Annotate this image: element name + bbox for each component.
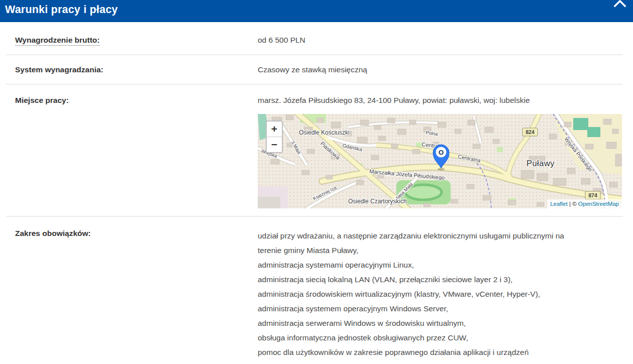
- route-badge-874: 874: [585, 191, 600, 199]
- duty-line: administracja systemem operacyjnym Windo…: [258, 301, 623, 316]
- salary-value: od 6 500 PLN: [258, 35, 623, 45]
- duty-line: administracja systemami operacyjnymi Lin…: [258, 258, 623, 272]
- duties-list: udział przy wdrażaniu, a następnie zarzą…: [258, 228, 623, 364]
- salary-term-tooltip[interactable]: Wynagrodzenie brutto:: [15, 36, 100, 46]
- map-label-osiedle-kosciuszki: Osiedle Kościuszki: [299, 129, 350, 136]
- copyright-symbol: ©: [572, 201, 576, 207]
- duty-line: komputerowych,: [258, 359, 623, 364]
- zoom-out-button[interactable]: −: [267, 137, 282, 152]
- workplace-label: Miejsce pracy:: [15, 95, 258, 208]
- map-label-osiedle-czartoryskich: Osiedle Czartoryskich: [348, 198, 407, 205]
- duty-line: administracja serwerami Windows w środow…: [258, 316, 623, 330]
- pay-system-value: Czasowy ze stawką miesięczną: [258, 65, 623, 75]
- duty-line: terenie gminy Miasta Puławy,: [258, 243, 623, 258]
- openstreetmap-link[interactable]: OpenStreetMap: [578, 201, 619, 207]
- pay-system-label: System wynagradzania:: [15, 65, 258, 75]
- salary-label: Wynagrodzenie brutto:: [15, 35, 258, 45]
- duty-line: administracja środowiskiem wirtualizacyj…: [258, 287, 623, 301]
- duty-line: pomoc dla użytkowników w zakresie popraw…: [258, 345, 623, 359]
- svg-text:874: 874: [588, 192, 597, 198]
- marker-label: O: [439, 149, 444, 156]
- collapse-section-button[interactable]: [613, 0, 627, 9]
- row-pay-system: System wynagradzania: Czasowy ze stawką …: [6, 55, 623, 85]
- zoom-in-button[interactable]: +: [267, 122, 282, 137]
- duty-line: obsługa informatyczna jednostek obsługiw…: [258, 330, 623, 345]
- svg-text:824: 824: [525, 129, 535, 135]
- section-header[interactable]: Warunki pracy i płacy: [0, 0, 633, 22]
- duties-label: Zakres obowiązków:: [15, 228, 258, 364]
- route-badge-824: 824: [522, 128, 538, 136]
- section-title: Warunki pracy i płacy: [0, 0, 633, 16]
- row-duties: Zakres obowiązków: udział przy wdrażaniu…: [6, 217, 623, 364]
- row-workplace: Miejsce pracy: marsz. Józefa Piłsudskieg…: [6, 85, 623, 217]
- map-attribution: Leaflet | © OpenStreetMap: [547, 199, 622, 208]
- duty-line: administracja siecią lokalną LAN (VLAN, …: [258, 272, 623, 287]
- chevron-up-icon: [613, 2, 626, 9]
- leaflet-link[interactable]: Leaflet: [550, 201, 568, 207]
- workplace-map[interactable]: 824 874 Osiedle Kościuszki 3 Maja Piasko…: [258, 114, 622, 208]
- map-tiles: 824 874 Osiedle Kościuszki 3 Maja Piasko…: [258, 114, 622, 208]
- duty-line: udział przy wdrażaniu, a następnie zarzą…: [258, 228, 623, 243]
- attribution-separator: |: [569, 201, 571, 207]
- row-salary: Wynagrodzenie brutto: od 6 500 PLN: [6, 22, 623, 55]
- map-zoom-control: + −: [266, 120, 283, 153]
- map-label-pulawy: Puławy: [526, 159, 555, 168]
- workplace-address: marsz. Józefa Piłsudskiego 83, 24-100 Pu…: [258, 95, 623, 105]
